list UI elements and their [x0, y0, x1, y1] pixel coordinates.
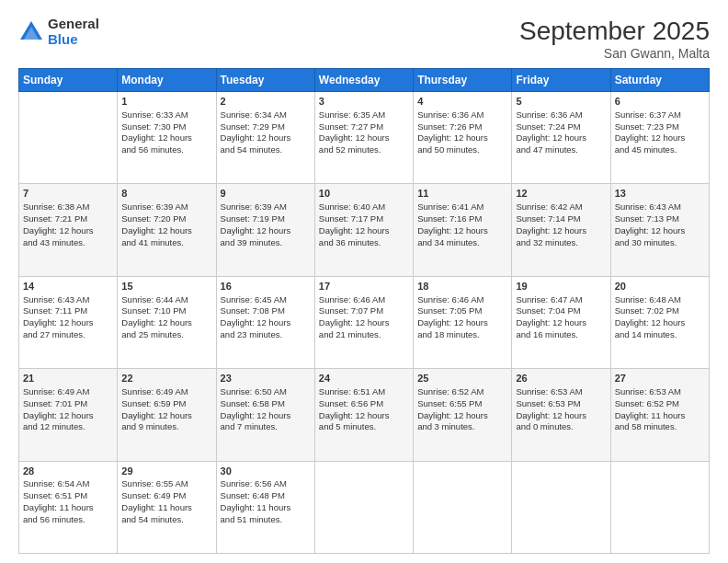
day-number: 4 [417, 95, 507, 109]
calendar-week-row: 1Sunrise: 6:33 AMSunset: 7:30 PMDaylight… [19, 92, 710, 184]
logo-text: General Blue [48, 17, 99, 47]
calendar-cell: 24Sunrise: 6:51 AMSunset: 6:56 PMDayligh… [314, 369, 413, 461]
calendar-cell [19, 92, 118, 184]
day-number: 23 [221, 372, 311, 385]
calendar-cell: 5Sunrise: 6:36 AMSunset: 7:24 PMDaylight… [512, 92, 610, 184]
day-number: 7 [23, 187, 113, 201]
calendar-day-header: Thursday [414, 69, 512, 92]
day-number: 19 [516, 280, 606, 293]
day-number: 14 [23, 280, 113, 293]
calendar-cell: 12Sunrise: 6:42 AMSunset: 7:14 PMDayligh… [512, 184, 610, 276]
calendar-header-row: SundayMondayTuesdayWednesdayThursdayFrid… [19, 69, 710, 92]
calendar-cell [314, 461, 413, 553]
calendar-week-row: 7Sunrise: 6:38 AMSunset: 7:21 PMDaylight… [19, 184, 710, 276]
day-number: 5 [516, 95, 606, 109]
calendar-cell: 17Sunrise: 6:46 AMSunset: 7:07 PMDayligh… [314, 276, 413, 368]
calendar-cell: 16Sunrise: 6:45 AMSunset: 7:08 PMDayligh… [216, 276, 314, 368]
logo-general: General [48, 17, 99, 32]
calendar-day-header: Monday [118, 69, 216, 92]
calendar-table: SundayMondayTuesdayWednesdayThursdayFrid… [18, 68, 710, 554]
calendar-cell [610, 461, 709, 553]
calendar-cell: 28Sunrise: 6:54 AMSunset: 6:51 PMDayligh… [19, 461, 118, 553]
calendar-cell [414, 461, 512, 553]
calendar-day-header: Saturday [610, 69, 709, 92]
calendar-cell: 22Sunrise: 6:49 AMSunset: 6:59 PMDayligh… [118, 369, 216, 461]
logo-icon [18, 19, 44, 45]
month-title: September 2025 [519, 17, 710, 46]
calendar-day-header: Friday [512, 69, 610, 92]
day-number: 26 [516, 372, 606, 385]
calendar-cell: 2Sunrise: 6:34 AMSunset: 7:29 PMDaylight… [216, 92, 314, 184]
day-number: 30 [221, 465, 311, 478]
day-number: 18 [417, 280, 507, 293]
day-number: 15 [121, 280, 211, 293]
calendar-cell: 20Sunrise: 6:48 AMSunset: 7:02 PMDayligh… [610, 276, 709, 368]
calendar-cell: 26Sunrise: 6:53 AMSunset: 6:53 PMDayligh… [512, 369, 610, 461]
day-number: 29 [121, 465, 211, 478]
calendar-cell: 13Sunrise: 6:43 AMSunset: 7:13 PMDayligh… [610, 184, 709, 276]
day-number: 24 [319, 372, 409, 385]
header: General Blue September 2025 San Gwann, M… [18, 17, 710, 61]
calendar-cell: 18Sunrise: 6:46 AMSunset: 7:05 PMDayligh… [414, 276, 512, 368]
calendar-cell: 25Sunrise: 6:52 AMSunset: 6:55 PMDayligh… [414, 369, 512, 461]
day-number: 8 [121, 187, 211, 201]
calendar-week-row: 28Sunrise: 6:54 AMSunset: 6:51 PMDayligh… [19, 461, 710, 553]
day-number: 28 [23, 465, 113, 478]
calendar-cell: 14Sunrise: 6:43 AMSunset: 7:11 PMDayligh… [19, 276, 118, 368]
day-number: 11 [417, 187, 507, 201]
logo: General Blue [18, 17, 99, 47]
calendar-cell: 19Sunrise: 6:47 AMSunset: 7:04 PMDayligh… [512, 276, 610, 368]
calendar-cell: 4Sunrise: 6:36 AMSunset: 7:26 PMDaylight… [414, 92, 512, 184]
calendar-cell: 23Sunrise: 6:50 AMSunset: 6:58 PMDayligh… [216, 369, 314, 461]
calendar-cell: 9Sunrise: 6:39 AMSunset: 7:19 PMDaylight… [216, 184, 314, 276]
calendar-cell: 7Sunrise: 6:38 AMSunset: 7:21 PMDaylight… [19, 184, 118, 276]
calendar-cell: 10Sunrise: 6:40 AMSunset: 7:17 PMDayligh… [314, 184, 413, 276]
day-number: 27 [615, 372, 705, 385]
calendar-day-header: Sunday [19, 69, 118, 92]
day-number: 20 [615, 280, 705, 293]
day-number: 12 [516, 187, 606, 201]
day-number: 1 [121, 95, 211, 109]
day-number: 17 [319, 280, 409, 293]
calendar-cell: 27Sunrise: 6:53 AMSunset: 6:52 PMDayligh… [610, 369, 709, 461]
day-number: 16 [221, 280, 311, 293]
logo-blue: Blue [48, 32, 99, 48]
calendar-cell: 29Sunrise: 6:55 AMSunset: 6:49 PMDayligh… [118, 461, 216, 553]
day-number: 9 [221, 187, 311, 201]
calendar-week-row: 14Sunrise: 6:43 AMSunset: 7:11 PMDayligh… [19, 276, 710, 368]
calendar-cell [512, 461, 610, 553]
day-number: 21 [23, 372, 113, 385]
calendar-cell: 3Sunrise: 6:35 AMSunset: 7:27 PMDaylight… [314, 92, 413, 184]
calendar-day-header: Tuesday [216, 69, 314, 92]
calendar-cell: 11Sunrise: 6:41 AMSunset: 7:16 PMDayligh… [414, 184, 512, 276]
day-number: 3 [319, 95, 409, 109]
day-number: 2 [221, 95, 311, 109]
calendar-cell: 21Sunrise: 6:49 AMSunset: 7:01 PMDayligh… [19, 369, 118, 461]
calendar-day-header: Wednesday [314, 69, 413, 92]
calendar-cell: 30Sunrise: 6:56 AMSunset: 6:48 PMDayligh… [216, 461, 314, 553]
day-number: 25 [417, 372, 507, 385]
calendar-cell: 15Sunrise: 6:44 AMSunset: 7:10 PMDayligh… [118, 276, 216, 368]
subtitle: San Gwann, Malta [519, 46, 710, 61]
calendar-cell: 8Sunrise: 6:39 AMSunset: 7:20 PMDaylight… [118, 184, 216, 276]
title-block: September 2025 San Gwann, Malta [519, 17, 710, 61]
calendar-week-row: 21Sunrise: 6:49 AMSunset: 7:01 PMDayligh… [19, 369, 710, 461]
calendar-cell: 6Sunrise: 6:37 AMSunset: 7:23 PMDaylight… [610, 92, 709, 184]
day-number: 13 [615, 187, 705, 201]
calendar-cell: 1Sunrise: 6:33 AMSunset: 7:30 PMDaylight… [118, 92, 216, 184]
day-number: 22 [121, 372, 211, 385]
day-number: 10 [319, 187, 409, 201]
page: General Blue September 2025 San Gwann, M… [0, 0, 728, 563]
day-number: 6 [615, 95, 705, 109]
